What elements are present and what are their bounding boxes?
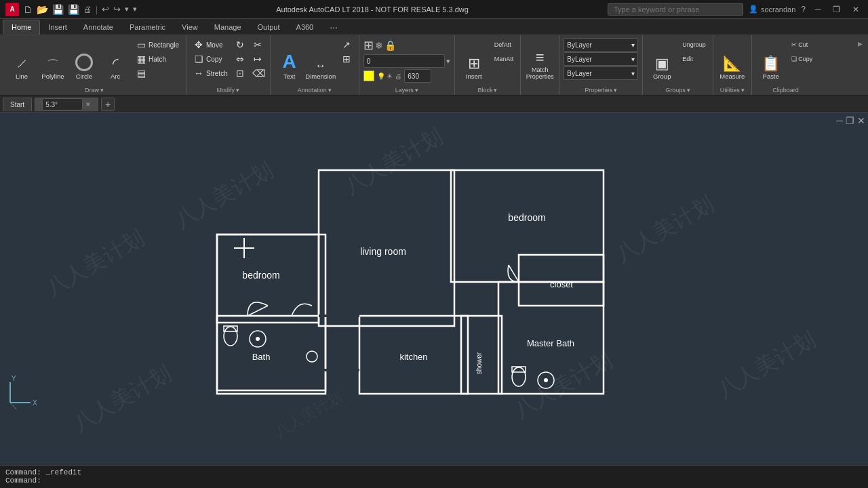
define-attrib-button[interactable]: DefAtt bbox=[492, 38, 517, 52]
layer-properties-button[interactable]: ⊞ bbox=[363, 38, 374, 53]
doc-tab[interactable]: ✕ bbox=[35, 98, 98, 111]
linetype-dropdown[interactable]: ByLayer ▾ bbox=[564, 52, 638, 66]
ribbon-group-modify: ✥Move ❏Copy ↔Stretch ↻ ⇔ ⊡ ✂ ↦ ⌫ Modify … bbox=[186, 35, 271, 95]
group-label: Group bbox=[653, 73, 671, 80]
layer-name-input[interactable] bbox=[363, 54, 445, 68]
tab-home[interactable]: Home bbox=[3, 20, 40, 35]
match-properties-button[interactable]: ≡ MatchProperties bbox=[525, 38, 555, 81]
help-icon[interactable]: ? bbox=[801, 5, 806, 14]
circle-button[interactable]: Circle bbox=[69, 38, 99, 81]
rectangle-button[interactable]: ▭Rectangle bbox=[133, 38, 182, 52]
leader-button[interactable]: ↗ bbox=[338, 38, 355, 52]
svg-text:living room: living room bbox=[360, 246, 406, 257]
color-dropdown[interactable]: ByLayer ▾ bbox=[564, 38, 638, 52]
table-button[interactable]: ⊞ bbox=[338, 52, 355, 66]
rotate-button[interactable]: ↻ bbox=[232, 38, 248, 52]
redo-dropdown-icon[interactable]: ▾ bbox=[133, 5, 137, 14]
ribbon-group-clipboard: 📋 Paste ✂ Cut ❏ Copy Clipboard bbox=[752, 35, 820, 95]
linetype-label: ByLayer bbox=[567, 56, 592, 63]
utilities-group-label[interactable]: Utilities ▾ bbox=[720, 87, 745, 94]
polyline-button[interactable]: ⌒ Polyline bbox=[38, 38, 68, 81]
ungroup-button[interactable]: Ungroup bbox=[679, 38, 709, 52]
group-edit-button[interactable]: Edit bbox=[679, 52, 709, 66]
tab-a360[interactable]: A360 bbox=[288, 20, 322, 35]
group-button[interactable]: ▣ Group bbox=[647, 38, 677, 81]
erase-button[interactable]: ⌫ bbox=[250, 66, 266, 80]
ribbon-expand-icon[interactable]: ▸ bbox=[858, 38, 863, 49]
save-icon[interactable]: 💾 bbox=[52, 4, 64, 15]
draw-group-content: ⟋ Line ⌒ Polyline Circle ◜ Arc ▭Rectangl… bbox=[7, 38, 182, 85]
redo-icon[interactable]: ↪ bbox=[113, 4, 121, 14]
groups-group-label[interactable]: Groups ▾ bbox=[665, 87, 690, 94]
svg-text:bedroom: bedroom bbox=[508, 212, 545, 223]
tab-output[interactable]: Output bbox=[250, 20, 288, 35]
cut-button[interactable]: ✂ Cut bbox=[789, 38, 816, 52]
lineweight-dropdown[interactable]: ByLayer ▾ bbox=[564, 66, 638, 80]
close-button[interactable]: ✕ bbox=[849, 4, 863, 15]
tab-more[interactable]: ··· bbox=[321, 20, 346, 35]
draw-group-label[interactable]: Draw ▾ bbox=[85, 87, 104, 94]
canvas-area[interactable]: 八人美计划 八人美计划 八人美计划 八人美计划 八人美计划 八人美计划 八人美计… bbox=[0, 113, 868, 465]
hatch-button[interactable]: ▦Hatch bbox=[133, 52, 182, 66]
new-tab-button[interactable]: + bbox=[101, 98, 115, 111]
gradient-button[interactable]: ▤ bbox=[133, 66, 182, 80]
tab-parametric[interactable]: Parametric bbox=[121, 20, 174, 35]
insert-button[interactable]: ⊞ Insert bbox=[459, 38, 489, 81]
save-as-icon[interactable]: 💾 bbox=[68, 4, 79, 15]
mirror-button[interactable]: ⇔ bbox=[232, 52, 248, 66]
minimize-button[interactable]: ─ bbox=[811, 4, 825, 15]
copy-clip-button[interactable]: ❏ Copy bbox=[789, 52, 816, 66]
modify-group-label[interactable]: Modify ▾ bbox=[217, 87, 240, 94]
new-file-icon[interactable]: 🗋 bbox=[23, 4, 33, 15]
layer-color-swatch[interactable] bbox=[363, 70, 374, 81]
properties-group-label[interactable]: Properties ▾ bbox=[585, 87, 617, 94]
layer-dropdown-icon[interactable]: ▾ bbox=[446, 57, 450, 66]
annotation-group-label[interactable]: Annotation ▾ bbox=[298, 87, 332, 94]
canvas-close-icon[interactable]: ✕ bbox=[857, 115, 865, 126]
scale-button[interactable]: ⊡ bbox=[232, 66, 248, 80]
extend-button[interactable]: ↦ bbox=[250, 52, 266, 66]
manage-attrib-button[interactable]: ManAtt bbox=[492, 52, 517, 66]
extend-icon: ↦ bbox=[252, 54, 263, 64]
paste-button[interactable]: 📋 Paste bbox=[756, 38, 786, 81]
line-button[interactable]: ⟋ Line bbox=[7, 38, 37, 81]
tab-insert[interactable]: Insert bbox=[40, 20, 75, 35]
copy-button[interactable]: ❏Copy bbox=[191, 52, 231, 66]
layers-group-label[interactable]: Layers ▾ bbox=[395, 87, 418, 94]
text-button[interactable]: A Text bbox=[275, 38, 304, 81]
dimension-button[interactable]: ↔ Dimension bbox=[306, 38, 336, 81]
svg-text:Bath: Bath bbox=[252, 352, 271, 362]
tab-manage[interactable]: Manage bbox=[206, 20, 250, 35]
start-tab[interactable]: Start bbox=[3, 98, 32, 111]
degree-input[interactable] bbox=[42, 98, 83, 110]
copy-icon: ❏ bbox=[193, 54, 204, 64]
canvas-restore-icon[interactable]: ❐ bbox=[846, 115, 854, 126]
open-file-icon[interactable]: 📂 bbox=[37, 4, 48, 15]
clipboard-group-label: Clipboard bbox=[772, 87, 799, 94]
undo-dropdown-icon[interactable]: ▾ bbox=[125, 5, 129, 14]
tab-view[interactable]: View bbox=[174, 20, 206, 35]
measure-button[interactable]: 📐 Measure bbox=[717, 38, 747, 81]
stretch-button[interactable]: ↔Stretch bbox=[191, 66, 231, 80]
arc-button[interactable]: ◜ Arc bbox=[100, 38, 130, 81]
layer-lock-icon[interactable]: 🔒 bbox=[384, 40, 396, 51]
lineweight-dropdown-icon: ▾ bbox=[631, 70, 635, 77]
canvas-minimize-icon[interactable]: ─ bbox=[836, 115, 843, 126]
arc-label: Arc bbox=[111, 73, 120, 80]
layer-freeze-icon[interactable]: ❄ bbox=[375, 40, 383, 51]
trim-button[interactable]: ✂ bbox=[250, 38, 266, 52]
watermark-5: 八人美计划 bbox=[68, 359, 177, 439]
undo-icon[interactable]: ↩ bbox=[102, 4, 109, 14]
move-button[interactable]: ✥Move bbox=[191, 38, 231, 52]
restore-button[interactable]: ❐ bbox=[830, 4, 844, 15]
groups-small-col: Ungroup Edit bbox=[679, 38, 709, 66]
mirror-icon: ⇔ bbox=[235, 54, 245, 64]
groups-group-content: ▣ Group Ungroup Edit bbox=[647, 38, 709, 85]
print-icon[interactable]: 🖨 bbox=[83, 5, 92, 14]
polyline-label: Polyline bbox=[41, 73, 64, 80]
insert-group-label[interactable]: Block ▾ bbox=[477, 87, 497, 94]
search-input[interactable] bbox=[608, 3, 743, 16]
tab-annotate[interactable]: Annotate bbox=[75, 20, 121, 35]
layer-color-num-input[interactable] bbox=[404, 69, 431, 83]
tab-close-icon[interactable]: ✕ bbox=[85, 101, 91, 108]
